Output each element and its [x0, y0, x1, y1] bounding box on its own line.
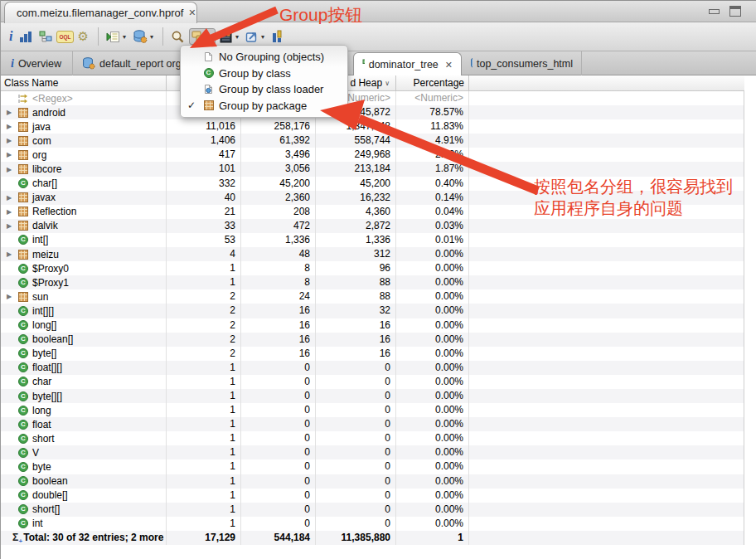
row-label: java: [32, 121, 51, 133]
tab-dominator-tree[interactable]: dominator_tree ✕: [353, 52, 462, 76]
table-row[interactable]: ▶ C byte[][] 1 0 0 0.00%: [1, 389, 744, 403]
menu-item-label: Group by class loader: [219, 83, 323, 95]
table-row[interactable]: ▶ libcore 101 3,056 213,184 1.87%: [1, 162, 744, 176]
table-row[interactable]: ▶ C $Proxy1 1 8 88 0.00%: [1, 275, 744, 289]
table-row[interactable]: ▶ C long 1 0 0 0.00%: [1, 403, 744, 417]
cell-percent: 2.20%: [396, 148, 469, 162]
menu-item-group-by-class[interactable]: C Group by class: [181, 66, 347, 82]
export-button[interactable]: ▾: [243, 29, 267, 45]
cell-shallow: 24: [241, 289, 316, 304]
cell-shallow: 0: [241, 445, 316, 459]
filter-class-name[interactable]: ▶ <Regex>: [1, 91, 167, 105]
menu-item-group-by-package[interactable]: ✓ Group by package: [181, 98, 347, 114]
row-name-cell: ▶ C short[]: [1, 503, 167, 517]
table-row[interactable]: ▶ C float[][] 1 0 0 0.00%: [1, 361, 744, 375]
table-row[interactable]: ▶ C boolean 1 0 0 0.00%: [1, 474, 744, 489]
tab-label: Overview: [18, 58, 61, 70]
total-label-cell: Σ+ Total: 30 of 32 entries; 2 more: [1, 531, 167, 545]
sigma-icon: Σ+: [12, 532, 18, 543]
close-icon[interactable]: ✕: [188, 7, 196, 18]
chevron-down-icon: ▾: [150, 33, 153, 41]
expand-arrow-icon[interactable]: ▶: [7, 293, 18, 300]
cell-percent: 0.00%: [396, 403, 469, 417]
table-row[interactable]: ▶ android 8,945,872 78.57%: [1, 105, 744, 119]
table-row[interactable]: ▶ sun 2 24 88 0.00%: [1, 289, 744, 304]
table-row[interactable]: ▶ com 1,406 61,392 558,744 4.91%: [1, 134, 744, 148]
table-row[interactable]: ▶ C V 1 0 0 0.00%: [1, 445, 744, 459]
grouping-button[interactable]: ▾: [189, 28, 216, 45]
menu-item-no-grouping[interactable]: No Grouping (objects): [181, 49, 347, 66]
expand-arrow-icon[interactable]: ▶: [7, 208, 18, 216]
dominator-tree-button[interactable]: [36, 29, 55, 45]
row-label: float[][]: [32, 362, 62, 373]
table-row[interactable]: ▶ C double[] 1 0 0 0.00%: [1, 489, 744, 503]
column-header-percentage[interactable]: Percentage: [396, 75, 469, 90]
expand-arrow-icon[interactable]: ▶: [7, 137, 18, 144]
table-row[interactable]: ▶ C int[][] 2 16 32 0.00%: [1, 304, 744, 318]
expand-arrow-icon[interactable]: ▶: [7, 109, 18, 116]
expand-arrow-icon[interactable]: ▶: [7, 151, 18, 158]
cell-shallow: 3,056: [241, 162, 316, 176]
class-icon: C: [18, 362, 28, 372]
editor-tab-hprof[interactable]: com.meizu.filemanager_conv.hprof ✕: [4, 2, 197, 23]
filter-filler: [469, 91, 744, 105]
table-row[interactable]: ▶ C $Proxy0 1 8 96 0.00%: [1, 261, 744, 275]
search-button[interactable]: [168, 28, 187, 45]
row-label: byte[]: [32, 348, 56, 359]
table-row[interactable]: ▶ C int[] 53 1,336 1,336 0.01%: [1, 233, 744, 247]
expand-arrow-icon[interactable]: ▶: [7, 222, 18, 230]
oql-button[interactable]: OQL: [56, 31, 73, 43]
query-browser-button[interactable]: ▾: [130, 28, 156, 45]
cell-retained: 2,872: [316, 219, 396, 233]
database-gear-icon: [133, 30, 148, 43]
table-row[interactable]: ▶ meizu 4 48 312 0.00%: [1, 247, 744, 261]
percentage-bars-button[interactable]: [269, 28, 286, 45]
cell-filler: [469, 474, 744, 489]
menu-item-group-by-class-loader[interactable]: Group by class loader: [181, 81, 347, 98]
minimize-icon[interactable]: [709, 9, 720, 14]
column-header-filler: [469, 75, 744, 90]
thread-gear-button[interactable]: ⚙: [75, 27, 91, 46]
row-label: boolean[]: [32, 333, 73, 345]
row-label: int[][]: [32, 305, 54, 317]
table-row[interactable]: ▶ C float 1 0 0 0.00%: [1, 417, 744, 431]
table-row[interactable]: ▶ dalvik 33 472 2,872 0.03%: [1, 219, 744, 233]
run-report-button[interactable]: ▾: [104, 29, 128, 45]
histogram-button[interactable]: [17, 29, 35, 45]
tab-overview[interactable]: i Overview: [2, 51, 73, 75]
filter-percentage[interactable]: <Numeric>: [396, 91, 469, 105]
cell-percent: 0.01%: [396, 233, 469, 247]
table-row[interactable]: ▶ C int 1 0 0 0.00%: [1, 517, 744, 531]
calculator-button[interactable]: ▾: [217, 29, 241, 45]
table-row[interactable]: ▶ C short[] 1 0 0 0.00%: [1, 503, 744, 517]
tab-top-consumers[interactable]: top_consumers_html: [462, 51, 582, 75]
row-name-cell: ▶ C float[][]: [1, 361, 167, 375]
table-row[interactable]: ▶ C char 1 0 0 0.00%: [1, 375, 744, 389]
info-button[interactable]: i: [7, 27, 15, 46]
package-icon: [18, 192, 28, 202]
table-row[interactable]: ▶ C boolean[] 2 16 16 0.00%: [1, 333, 744, 347]
table-row[interactable]: ▶ java 11,016 258,176 1,347,448 11.83%: [1, 119, 744, 134]
cell-filler: [469, 219, 744, 233]
row-label: libcore: [32, 163, 61, 175]
column-header-class-name[interactable]: Class Name: [1, 75, 167, 90]
class-icon: C: [18, 476, 28, 486]
table-row[interactable]: ▶ C short 1 0 0 0.00%: [1, 431, 744, 445]
class-icon: C: [18, 278, 28, 288]
row-name-cell: ▶ C long: [1, 403, 167, 417]
maximize-icon[interactable]: [729, 6, 741, 17]
cell-objects: 1,406: [167, 134, 241, 148]
table-row[interactable]: ▶ C byte[] 2 16 16 0.00%: [1, 347, 744, 361]
regex-filter-icon: [18, 94, 28, 104]
expand-arrow-icon[interactable]: ▶: [7, 194, 18, 202]
expand-arrow-icon[interactable]: ▶: [7, 123, 18, 130]
report-list-icon: [106, 31, 120, 43]
table-row[interactable]: ▶ C long[] 2 16 16 0.00%: [1, 318, 744, 333]
table-row[interactable]: ▶ C byte 1 0 0 0.00%: [1, 459, 744, 474]
table-row[interactable]: ▶ org 417 3,496 249,968 2.20%: [1, 148, 744, 162]
expand-arrow-icon[interactable]: ▶: [7, 166, 18, 173]
row-name-cell: ▶ C char[]: [1, 177, 167, 191]
expand-arrow-icon[interactable]: ▶: [7, 250, 18, 258]
cell-filler: [469, 119, 744, 134]
close-icon[interactable]: ✕: [445, 60, 453, 70]
